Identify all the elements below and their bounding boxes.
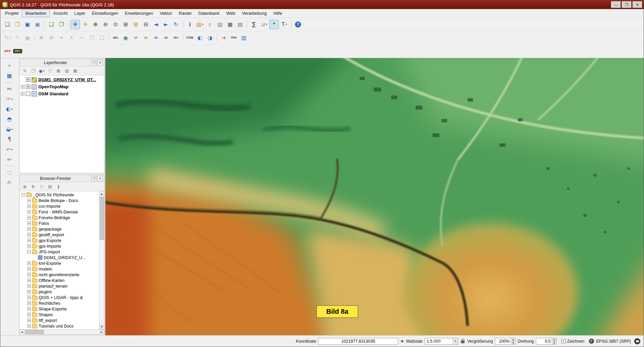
- current-edits[interactable]: ✎▾: [3, 33, 12, 43]
- open-attribute-table[interactable]: ▦: [225, 20, 235, 29]
- menu-vektor[interactable]: Vektor: [156, 9, 175, 17]
- close-panel-icon[interactable]: ✕: [97, 60, 103, 65]
- metasearch-globe[interactable]: ◐: [195, 33, 205, 43]
- filter-browser[interactable]: ▽: [38, 183, 45, 190]
- new-shapefile-layer[interactable]: V+▾: [5, 145, 14, 154]
- tree-item[interactable]: +nicht georeferenzierte: [19, 272, 99, 278]
- add-group[interactable]: ❐: [30, 67, 37, 75]
- menu-raster[interactable]: Raster: [175, 9, 195, 17]
- expander-icon[interactable]: +: [27, 273, 31, 277]
- zoom-in[interactable]: ⊕: [91, 20, 100, 29]
- label-properties[interactable]: abc: [171, 33, 181, 43]
- add-feature[interactable]: ✱: [37, 33, 46, 43]
- new-project[interactable]: ❏: [3, 20, 12, 29]
- expander-icon[interactable]: +: [27, 279, 31, 282]
- expander-icon[interactable]: −: [22, 193, 25, 197]
- tree-item[interactable]: +tiff_export: [19, 317, 99, 323]
- chevron-down-icon[interactable]: ▾: [453, 338, 458, 344]
- spin-down-icon[interactable]: ▼: [552, 341, 556, 344]
- deselect-features[interactable]: ▧: [215, 20, 225, 29]
- expander-icon[interactable]: +: [27, 313, 31, 316]
- menu-datenbank[interactable]: Datenbank: [195, 9, 223, 17]
- new-geopackage-layer[interactable]: G+: [5, 155, 14, 164]
- paste-features[interactable]: ❑: [97, 33, 106, 43]
- add-wfs-layer[interactable]: ◒▾: [5, 125, 14, 134]
- tree-item[interactable]: +kml-Exporte: [19, 260, 99, 266]
- text-annotation[interactable]: T▾: [280, 20, 289, 29]
- menu-layer[interactable]: Layer: [71, 9, 89, 17]
- scroll-right-icon[interactable]: ▶: [99, 330, 104, 335]
- move-feature[interactable]: ✥: [47, 33, 56, 43]
- expander-icon[interactable]: +: [27, 296, 31, 299]
- vec-tool[interactable]: VEC: [13, 47, 23, 56]
- tree-item[interactable]: +Forst - WMS-Dienste: [19, 209, 99, 215]
- tree-item[interactable]: +Tutorials und Docs: [19, 323, 99, 329]
- tree-item[interactable]: +gpx-Importe: [19, 243, 99, 249]
- expander-icon[interactable]: +: [27, 261, 31, 265]
- add-spatialite-layer[interactable]: ✑▾: [5, 94, 14, 104]
- layer-labeling[interactable]: abc: [111, 33, 120, 43]
- select-by-expression[interactable]: ε: [205, 20, 215, 29]
- tree-item[interactable]: +planlauf_terrain: [19, 283, 99, 289]
- new-print-composer[interactable]: ❑: [47, 20, 56, 29]
- expander-icon[interactable]: +: [27, 233, 31, 237]
- tree-item[interactable]: +models: [19, 266, 99, 272]
- refresh-map[interactable]: ↻: [171, 20, 181, 29]
- collapse-browser[interactable]: ⊟: [46, 183, 54, 190]
- add-postgis-layer[interactable]: PG: [5, 84, 14, 94]
- field-calculator[interactable]: ▤: [235, 20, 245, 29]
- csw-metasearch[interactable]: CSW: [185, 33, 195, 43]
- layer-checkbox[interactable]: ✕: [26, 78, 30, 82]
- tree-item[interactable]: +Offline-Karten: [19, 278, 99, 283]
- menu-verarbeitung[interactable]: Verarbeitung: [239, 9, 270, 17]
- expander-icon[interactable]: +: [27, 290, 31, 294]
- tree-item[interactable]: +xlsx-Importe: [19, 329, 99, 329]
- composer-manager[interactable]: ❒: [57, 20, 66, 29]
- cut-features[interactable]: ✂: [77, 33, 86, 43]
- chevron-down-icon[interactable]: ▾: [286, 23, 287, 26]
- zoom-out[interactable]: ⊖: [101, 20, 110, 29]
- scale-combo[interactable]: 1:5.000 ▾: [425, 338, 458, 345]
- float-panel-icon[interactable]: ❐: [91, 60, 96, 65]
- menu-erweiterungen[interactable]: Erweiterungen: [122, 9, 157, 17]
- identify-features[interactable]: ℹ: [185, 20, 195, 29]
- expander-icon[interactable]: +: [27, 324, 31, 328]
- extents-toggle-icon[interactable]: ✶: [400, 339, 404, 344]
- tree-item[interactable]: DGM1_GRIDXYZ_U...: [19, 255, 99, 260]
- pan-to-selection[interactable]: ✛: [81, 20, 90, 29]
- coordinate-input[interactable]: [318, 338, 398, 345]
- layer-item[interactable]: +✕OpenTopoMap: [19, 83, 104, 90]
- rotation-spin[interactable]: ▲ ▼: [536, 338, 557, 345]
- spin-up-icon[interactable]: ▲: [511, 338, 515, 342]
- save-project-as[interactable]: ▣: [33, 20, 42, 29]
- menu-ansicht[interactable]: Ansicht: [50, 9, 71, 17]
- zoom-full[interactable]: ⊞: [121, 20, 130, 29]
- expander-icon[interactable]: +: [27, 216, 31, 219]
- expander-icon[interactable]: +: [27, 244, 31, 248]
- measure-line[interactable]: ⊿▾: [259, 20, 269, 29]
- tree-item[interactable]: +geopackage: [19, 226, 99, 232]
- expander-icon[interactable]: +: [27, 318, 31, 322]
- label-move[interactable]: ab: [151, 33, 161, 43]
- node-tool[interactable]: ✦: [57, 33, 66, 43]
- save-layer-edits[interactable]: ▣: [23, 33, 32, 43]
- tree-item[interactable]: +gpx-Exporte: [19, 238, 99, 243]
- expander-icon[interactable]: +: [27, 199, 31, 202]
- delete-selected[interactable]: ✗: [67, 33, 76, 43]
- menu-web[interactable]: Web: [223, 9, 239, 17]
- osm-tools[interactable]: ◌: [5, 168, 14, 177]
- zoom-next[interactable]: ►: [161, 20, 171, 29]
- vscroll-track[interactable]: [99, 196, 104, 324]
- zoom-last[interactable]: ◄: [151, 20, 161, 29]
- help-contents[interactable]: ?: [293, 20, 303, 29]
- zoom-to-selection[interactable]: ⊠: [131, 20, 140, 29]
- expander-icon[interactable]: +: [27, 221, 31, 225]
- tree-item[interactable]: +Shape-Exporte: [19, 306, 99, 312]
- expander-icon[interactable]: +: [27, 227, 31, 231]
- add-selected-layers[interactable]: ⊕: [21, 183, 29, 190]
- statistical-summary[interactable]: ∑: [249, 20, 259, 29]
- layer-diagram[interactable]: ◉: [121, 33, 130, 43]
- layer-checkbox[interactable]: ✕: [26, 85, 30, 89]
- remove-layer[interactable]: ⊠: [72, 67, 79, 75]
- web-services-globe[interactable]: ◑: [205, 33, 215, 43]
